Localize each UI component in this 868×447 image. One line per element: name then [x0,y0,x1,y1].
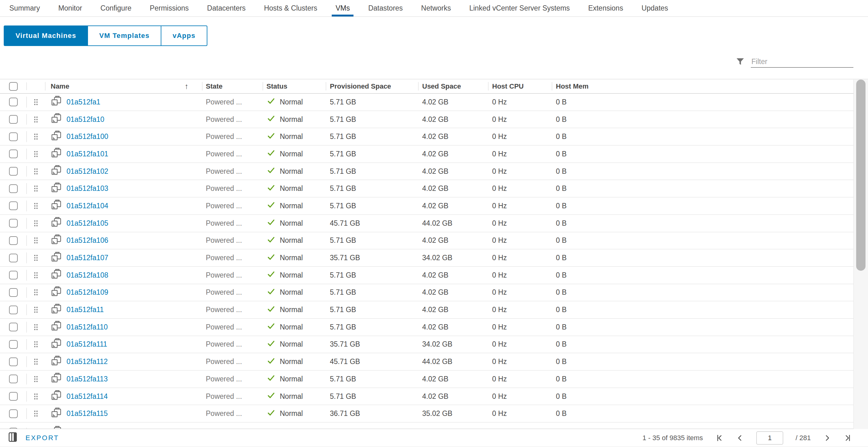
page-number-input[interactable] [756,432,783,445]
drag-handle-icon[interactable] [27,146,45,163]
row-checkbox[interactable] [9,184,18,193]
row-checkbox[interactable] [9,271,18,280]
nav-tab-linked-vcenter-server-systems[interactable]: Linked vCenter Server Systems [469,0,569,17]
nav-tab-monitor[interactable]: Monitor [58,0,82,17]
table-row[interactable]: 01a512fa114 Powered ... Normal 5.71 GB 4… [0,388,854,405]
vm-name-link[interactable]: 01a512fa112 [66,357,108,366]
row-checkbox[interactable] [9,375,18,383]
row-checkbox[interactable] [9,254,18,262]
vm-name-link[interactable]: 01a512fa103 [66,184,108,193]
vm-name-link[interactable]: 01a512fa1 [66,98,100,106]
column-header-host-cpu[interactable]: Host CPU [488,79,552,93]
row-checkbox[interactable] [9,132,18,141]
table-row[interactable]: 01a512fa106 Powered ... Normal 5.71 GB 4… [0,232,854,250]
table-row[interactable]: 01a512fa103 Powered ... Normal 5.71 GB 4… [0,180,854,197]
row-checkbox[interactable] [9,167,18,175]
nav-tab-datacenters[interactable]: Datacenters [207,0,246,17]
subtab-vm-templates[interactable]: VM Templates [87,26,161,46]
table-row[interactable]: 01a512fa109 Powered ... Normal 5.71 GB 4… [0,284,854,301]
select-all-checkbox[interactable] [9,82,18,91]
table-row[interactable]: 01a512fa101 Powered ... Normal 5.71 GB 4… [0,146,854,163]
export-button[interactable]: EXPORT [26,434,59,442]
nav-tab-hosts-clusters[interactable]: Hosts & Clusters [264,0,317,17]
subtab-virtual-machines[interactable]: Virtual Machines [4,26,88,46]
vm-name-link[interactable]: 01a512fa102 [66,167,108,175]
row-checkbox[interactable] [9,340,18,349]
row-checkbox[interactable] [9,219,18,227]
nav-tab-permissions[interactable]: Permissions [150,0,189,17]
next-page-button[interactable] [823,434,831,442]
drag-handle-icon[interactable] [27,163,45,180]
vm-name-link[interactable]: 01a512fa100 [66,132,108,141]
table-row[interactable]: 01a512fa115 Powered ... Normal 36.71 GB … [0,405,854,422]
vm-name-link[interactable]: 01a512fa110 [66,323,108,331]
drag-handle-icon[interactable] [27,301,45,318]
drag-handle-icon[interactable] [27,180,45,197]
table-row[interactable]: 01a512fa108 Powered ... Normal 5.71 GB 4… [0,267,854,284]
vm-name-link[interactable]: 01a512fa114 [66,392,108,401]
vm-name-link[interactable]: 01a512fa113 [66,375,108,383]
table-row[interactable]: 01a512fa110 Powered ... Normal 5.71 GB 4… [0,319,854,336]
row-checkbox[interactable] [9,288,18,297]
column-header-state[interactable]: State [202,79,263,93]
table-row[interactable]: 01a512fa102 Powered ... Normal 5.71 GB 4… [0,163,854,180]
vm-name-link[interactable]: 01a512fa106 [66,236,108,245]
vm-name-link[interactable]: 01a512fa109 [66,288,108,296]
vm-name-link[interactable]: 01a512fa108 [66,271,108,280]
drag-handle-icon[interactable] [27,353,45,370]
row-checkbox[interactable] [9,409,18,418]
column-header-used-space[interactable]: Used Space [418,79,488,93]
nav-tab-summary[interactable]: Summary [9,0,40,17]
table-row[interactable]: 01a512fa112 Powered ... Normal 45.71 GB … [0,353,854,371]
column-picker-icon[interactable] [8,432,18,444]
nav-tab-datastores[interactable]: Datastores [368,0,403,17]
first-page-button[interactable] [715,434,723,442]
drag-handle-icon[interactable] [27,371,45,388]
vm-name-link[interactable]: 01a512fa11 [66,306,104,314]
vm-name-link[interactable]: 01a512fa10 [66,115,104,124]
nav-tab-configure[interactable]: Configure [100,0,131,17]
vm-name-link[interactable]: 01a512fa105 [66,219,108,227]
subtab-vapps[interactable]: vApps [161,26,207,46]
drag-handle-icon[interactable] [27,388,45,405]
row-checkbox[interactable] [9,150,18,158]
previous-page-button[interactable] [736,434,744,442]
row-checkbox[interactable] [9,357,18,366]
table-row[interactable]: 01a512fa10 Powered ... Normal 5.71 GB 4.… [0,111,854,128]
table-row[interactable]: 01a512fa105 Powered ... Normal 45.71 GB … [0,215,854,232]
last-page-button[interactable] [844,434,852,442]
drag-handle-icon[interactable] [27,425,45,429]
drag-handle-icon[interactable] [27,94,45,111]
vertical-scrollbar[interactable] [854,79,868,429]
row-checkbox[interactable] [9,98,18,106]
row-checkbox[interactable] [9,323,18,331]
table-row[interactable]: 01a512fa104 Powered ... Normal 5.71 GB 4… [0,197,854,215]
row-checkbox[interactable] [9,115,18,124]
column-header-name[interactable]: Name [51,83,69,91]
vm-name-link[interactable]: 01a512fa111 [66,340,107,348]
table-row[interactable]: 01a512fa1 Powered ... Normal 5.71 GB 4.0… [0,94,854,111]
nav-tab-updates[interactable]: Updates [641,0,668,17]
table-row[interactable]: 01a512fa113 Powered ... Normal 5.71 GB 4… [0,371,854,388]
drag-handle-icon[interactable] [27,249,45,266]
nav-tab-extensions[interactable]: Extensions [588,0,623,17]
row-checkbox[interactable] [9,392,18,401]
drag-handle-icon[interactable] [27,232,45,249]
table-row[interactable] [0,422,854,429]
row-checkbox[interactable] [9,201,18,210]
table-row[interactable]: 01a512fa100 Powered ... Normal 5.71 GB 4… [0,128,854,146]
scrollbar-thumb[interactable] [856,79,866,271]
drag-handle-icon[interactable] [27,197,45,215]
drag-handle-icon[interactable] [27,336,45,353]
row-checkbox[interactable] [9,428,18,429]
drag-handle-icon[interactable] [27,215,45,232]
drag-handle-icon[interactable] [27,111,45,128]
drag-handle-icon[interactable] [27,405,45,422]
table-row[interactable]: 01a512fa11 Powered ... Normal 5.71 GB 4.… [0,301,854,319]
row-checkbox[interactable] [9,306,18,314]
column-header-provisioned-space[interactable]: Provisioned Space [326,79,418,93]
drag-handle-icon[interactable] [27,284,45,301]
drag-handle-icon[interactable] [27,267,45,284]
vm-name-link[interactable]: 01a512fa104 [66,202,108,210]
row-checkbox[interactable] [9,236,18,245]
